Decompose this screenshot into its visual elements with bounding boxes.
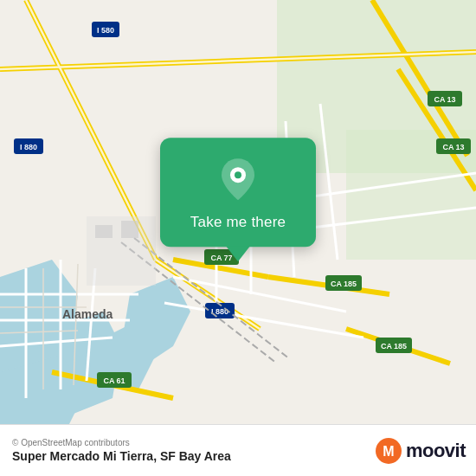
map-container: I 580 I 880 I 880 CA 13 CA 13 CA 77 CA 1… — [0, 0, 476, 424]
moovit-brand-text: moovit — [406, 440, 466, 462]
svg-text:Alameda: Alameda — [62, 307, 113, 321]
svg-rect-61 — [95, 225, 113, 238]
bottom-left: © OpenStreetMap contributors Super Merca… — [12, 438, 231, 463]
moovit-brand-icon: M — [375, 437, 402, 465]
svg-text:I 880: I 880 — [20, 143, 37, 151]
moovit-logo: M moovit — [375, 437, 466, 465]
svg-point-64 — [235, 171, 241, 178]
copyright-text: © OpenStreetMap contributors — [12, 438, 231, 447]
svg-text:CA 185: CA 185 — [331, 280, 357, 288]
bottom-bar: © OpenStreetMap contributors Super Merca… — [0, 424, 476, 476]
svg-rect-62 — [121, 221, 138, 238]
popup-overlay: Take me there — [160, 138, 316, 261]
svg-text:CA 13: CA 13 — [442, 143, 464, 151]
svg-text:CA 61: CA 61 — [103, 376, 125, 385]
svg-text:M: M — [383, 444, 394, 459]
svg-text:CA 185: CA 185 — [381, 342, 407, 351]
popup-arrow — [226, 246, 250, 261]
popup-card[interactable]: Take me there — [160, 138, 316, 247]
location-pin-icon — [219, 157, 257, 205]
svg-text:I 580: I 580 — [97, 26, 114, 35]
location-name: Super Mercado Mi Tierra, SF Bay Area — [12, 449, 231, 463]
take-me-there-button[interactable]: Take me there — [190, 214, 286, 231]
svg-text:CA 13: CA 13 — [434, 95, 455, 104]
